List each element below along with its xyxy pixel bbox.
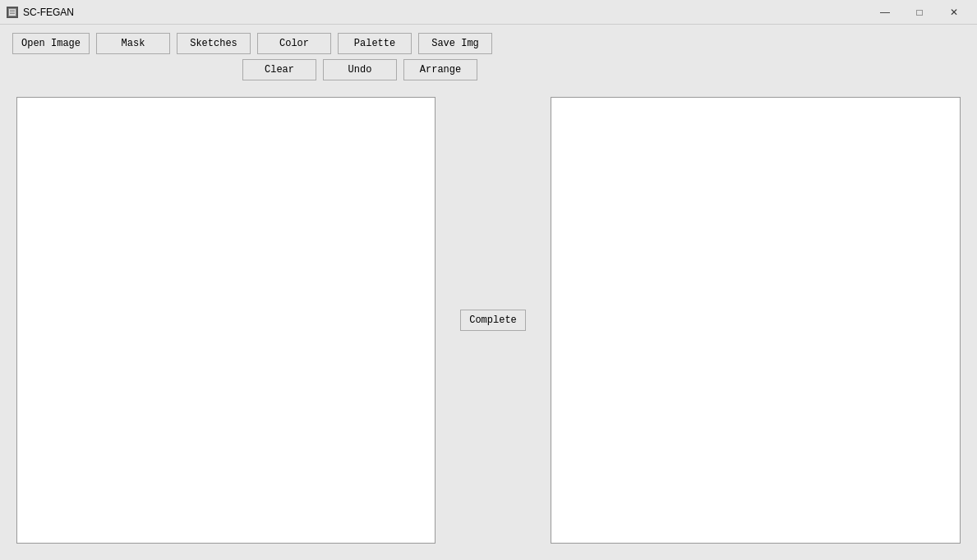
save-img-button[interactable]: Save Img: [418, 33, 492, 54]
svg-rect-3: [10, 11, 15, 12]
middle-panel: Complete: [436, 97, 551, 544]
left-canvas[interactable]: [16, 97, 436, 544]
app-title: SC-FEGAN: [23, 7, 74, 18]
open-image-button[interactable]: Open Image: [12, 33, 90, 54]
right-canvas[interactable]: [551, 97, 961, 544]
titlebar-left: SC-FEGAN: [7, 7, 74, 18]
arrange-button[interactable]: Arrange: [403, 59, 477, 80]
titlebar: SC-FEGAN — □ ✕: [0, 0, 977, 25]
maximize-button[interactable]: □: [903, 2, 936, 22]
app-icon: [7, 7, 18, 18]
color-button[interactable]: Color: [257, 33, 331, 54]
complete-button[interactable]: Complete: [460, 310, 526, 331]
minimize-button[interactable]: —: [869, 2, 901, 22]
window-controls: — □ ✕: [869, 2, 970, 22]
close-button[interactable]: ✕: [938, 2, 970, 22]
undo-button[interactable]: Undo: [323, 59, 397, 80]
svg-rect-4: [10, 13, 15, 14]
sketches-button[interactable]: Sketches: [177, 33, 251, 54]
toolbar-row-2: Clear Undo Arrange: [242, 59, 965, 80]
toolbar-row-1: Open Image Mask Sketches Color Palette S…: [12, 33, 965, 54]
mask-button[interactable]: Mask: [96, 33, 170, 54]
palette-button[interactable]: Palette: [338, 33, 412, 54]
clear-button[interactable]: Clear: [242, 59, 316, 80]
main-content: Complete: [0, 89, 977, 560]
svg-rect-2: [10, 10, 15, 11]
toolbar: Open Image Mask Sketches Color Palette S…: [0, 25, 977, 89]
